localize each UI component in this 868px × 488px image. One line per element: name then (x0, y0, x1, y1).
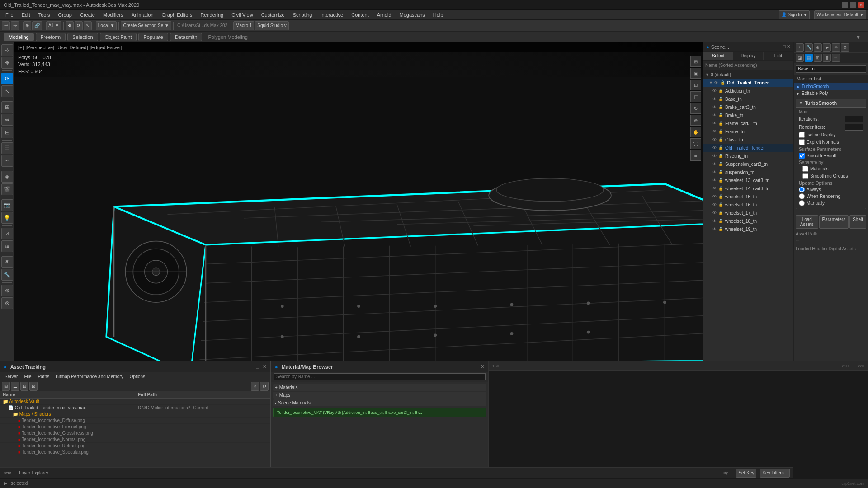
scene-item-wheel13[interactable]: 👁 🔒 wheelset_13_cart3_tn (703, 176, 793, 184)
selection-set-dropdown[interactable]: Create Selection Se ▼ (121, 21, 171, 30)
tool-select[interactable]: ⊹ (1, 44, 13, 56)
mat-item-tender[interactable]: Tender_locomotive_MAT (VRayMtl) [Addicti… (273, 408, 486, 417)
close-button[interactable]: ✕ (858, 2, 864, 8)
menu-group[interactable]: Group (54, 11, 75, 19)
scene-tab-display[interactable]: Display (733, 52, 763, 60)
asset-menu-file[interactable]: File (21, 374, 34, 380)
nav-zoom[interactable]: ⊕ (690, 115, 701, 126)
tool-scale[interactable]: ⤡ (1, 85, 13, 97)
tool-material[interactable]: ◈ (1, 171, 13, 183)
scene-item-wheel19[interactable]: 👁 🔒 wheelset_19_tn (703, 225, 793, 233)
workspaces-button[interactable]: Workspaces: Default ▼ (814, 10, 866, 19)
nav-pan[interactable]: ✋ (690, 127, 701, 137)
props-icon-a[interactable]: ◪ (796, 54, 804, 62)
ts-smoothing-groups-checkbox[interactable] (802, 173, 808, 179)
props-icon-c[interactable]: ⊞ (814, 54, 822, 62)
nav-front[interactable]: ▣ (690, 68, 701, 79)
tool-extra1[interactable]: ⊕ (1, 285, 13, 296)
ts-manually-radio[interactable] (799, 200, 805, 206)
menu-help[interactable]: Help (429, 11, 447, 19)
scene-item-frame[interactable]: 👁 🔒 Frame_tn (703, 127, 793, 136)
tool-extra2[interactable]: ⊗ (1, 297, 13, 309)
tool-align[interactable]: ⊟ (1, 127, 13, 138)
mat-content[interactable]: + Materials + Maps - Scene Materials Ten… (271, 382, 488, 478)
menu-interactive[interactable]: Interactive (316, 11, 347, 19)
scene-item-brake[interactable]: 👁 🔒 Brake_tn (703, 111, 793, 119)
link-button[interactable]: 🔗 (32, 21, 42, 30)
shelf-button[interactable]: Shelf (849, 215, 866, 229)
menu-create[interactable]: Create (76, 11, 99, 19)
tab-populate[interactable]: Populate (138, 33, 168, 41)
asset-tb-btn-2[interactable]: ☰ (11, 382, 19, 391)
props-icon-motion[interactable]: ▶ (823, 43, 831, 52)
ts-when-rendering-radio[interactable] (799, 193, 805, 199)
props-icon-modify[interactable]: 🔧 (805, 43, 813, 52)
scene-item-old-trailed[interactable]: ▼ 👁 🔒 Old_Trailed_Tender (703, 79, 793, 87)
mat-close-btn[interactable]: ✕ (481, 364, 485, 370)
table-row[interactable]: 📁 Maps / Shaders (0, 411, 270, 418)
menu-content[interactable]: Content (348, 11, 373, 19)
scene-close-btn[interactable]: ✕ (787, 44, 791, 50)
undo-button[interactable]: ↩ (2, 21, 10, 30)
signin-button[interactable]: 👤 Sign In ▼ (779, 10, 810, 19)
filter-dropdown[interactable]: All ▼ (46, 21, 61, 30)
props-icon-create[interactable]: + (796, 43, 804, 52)
nav-orbit[interactable]: ↻ (690, 103, 701, 114)
scene-item-addiction[interactable]: 👁 🔒 Addiction_tn (703, 87, 793, 95)
props-icon-utilities[interactable]: ⚙ (841, 43, 849, 52)
nav-perspective[interactable]: ⊞ (690, 56, 701, 67)
tool-mirror[interactable]: ⇔ (1, 114, 13, 126)
asset-table[interactable]: Name Full Path 📁 Autodesk Vault (0, 391, 270, 473)
table-row[interactable]: ■ Tender_locomotive_Specular.png (0, 449, 270, 455)
scene-item-wheel15[interactable]: 👁 🔒 wheelset_15_tn (703, 192, 793, 201)
scene-tab-edit[interactable]: Edit (764, 52, 793, 60)
vp-label-plus[interactable]: [+] (18, 45, 24, 50)
table-row[interactable]: ■ Tender_locomotive_Fresnel.png (0, 424, 270, 430)
menu-animation[interactable]: Animation (128, 11, 157, 19)
menu-civil-view[interactable]: Civil View (228, 11, 256, 19)
tool-utilities[interactable]: 🔧 (1, 269, 13, 281)
redo-button[interactable]: ↪ (11, 21, 19, 30)
mat-section-scene[interactable]: - Scene Materials (273, 399, 486, 406)
vp-label-perspective[interactable]: [Perspective] (26, 45, 55, 50)
name-input[interactable]: Base_tn (796, 65, 866, 73)
ts-isoline-checkbox[interactable] (799, 132, 805, 138)
vis-icon[interactable]: 👁 (712, 89, 717, 93)
menu-graph-editors[interactable]: Graph Editors (158, 11, 196, 19)
maximize-button[interactable]: □ (850, 2, 856, 8)
menu-edit[interactable]: Edit (18, 11, 34, 19)
asset-tb-refresh[interactable]: ↺ (251, 382, 259, 391)
set-key-button[interactable]: Set Key (736, 469, 756, 478)
tab-datasmith[interactable]: Datasmith (170, 33, 203, 41)
table-row[interactable]: 📁 Autodesk Vault (0, 399, 270, 405)
scene-item-wheel16[interactable]: 👁 🔒 wheelset_16_tn (703, 201, 793, 209)
mat-search-input[interactable] (274, 373, 486, 380)
scene-item-wheel14[interactable]: 👁 🔒 wheelset_14_cart3_tn (703, 184, 793, 192)
asset-menu-paths[interactable]: Paths (35, 374, 52, 380)
vis-icon[interactable]: 👁 (712, 97, 717, 101)
tool-rotate[interactable]: ⟳ (1, 73, 13, 84)
menu-arnold[interactable]: Arnold (373, 11, 395, 19)
scene-minimize-btn[interactable]: ─ (778, 44, 782, 50)
asset-tb-btn-1[interactable]: ⊞ (2, 382, 10, 391)
tool-light[interactable]: 💡 (1, 212, 13, 224)
ts-iterations-input[interactable]: 0 (845, 116, 863, 122)
ts-section-header[interactable]: ▼ TurboSmooth (796, 99, 866, 108)
tool-helpers[interactable]: ⊿ (1, 228, 13, 239)
tool-layers[interactable]: ☰ (1, 142, 13, 154)
ts-materials-checkbox[interactable] (802, 166, 808, 172)
asset-maximize-btn[interactable]: □ (256, 364, 259, 370)
menu-file[interactable]: File (2, 11, 17, 19)
scene-item-suspension-cart3[interactable]: 👁 🔒 Suspension_cart3_tn (703, 160, 793, 168)
tool-curve[interactable]: ~ (1, 155, 13, 167)
scene-item-wheel17[interactable]: 👁 🔒 wheelset_17_tn (703, 209, 793, 217)
select-move-button[interactable]: ✥ (66, 21, 74, 30)
asset-minimize-btn[interactable]: ─ (249, 364, 253, 370)
object-name-field[interactable]: Base_tn (796, 65, 866, 73)
ts-always-radio[interactable] (799, 187, 805, 192)
select-scale-button[interactable]: ⤡ (84, 21, 92, 30)
mat-section-maps[interactable]: + Maps (273, 392, 486, 399)
mat-section-materials[interactable]: + Materials (273, 384, 486, 391)
table-row[interactable]: 📄 Old_Trailed_Tender_max_vray.max D:\3D … (0, 405, 270, 411)
tab-selection[interactable]: Selection (67, 33, 98, 41)
